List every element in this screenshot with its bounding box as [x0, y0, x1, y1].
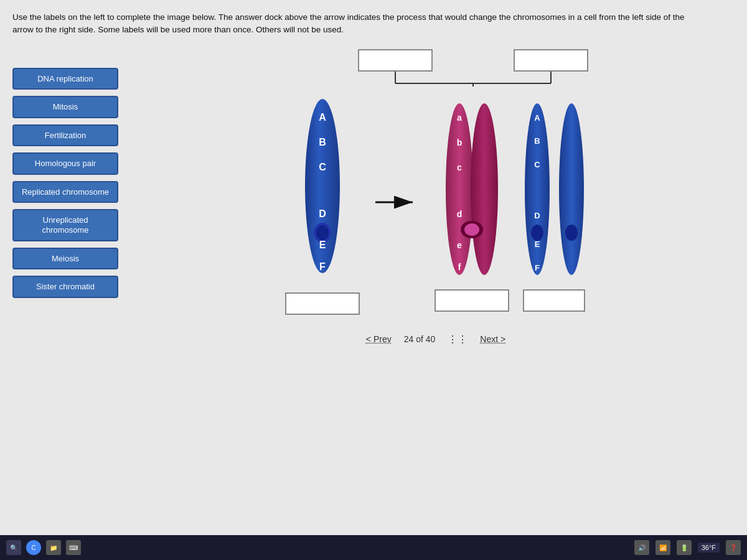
answer-box-bottom-left[interactable]	[285, 292, 360, 315]
label-mitosis[interactable]: Mitosis	[12, 96, 118, 118]
svg-point-33	[559, 103, 584, 275]
answer-box-top-left[interactable]	[358, 49, 433, 72]
center-chromosome-container: a b c d e f	[435, 93, 509, 312]
svg-point-34	[565, 225, 578, 241]
arrow-container	[372, 103, 422, 302]
page-info: 24 of 40	[404, 334, 436, 344]
svg-point-18	[464, 223, 479, 236]
taskbar-icon-question[interactable]: ❓	[726, 540, 741, 555]
label-sister-chromatid[interactable]: Sister chromatid	[12, 276, 118, 298]
right-chromosome-container: A B C D E F	[522, 93, 587, 312]
bottom-navigation: < Prev 24 of 40 ⋮⋮ Next >	[360, 327, 512, 352]
svg-text:A: A	[534, 113, 540, 123]
label-meiosis[interactable]: Meiosis	[12, 248, 118, 270]
svg-text:B: B	[319, 137, 326, 147]
label-fertilization[interactable]: Fertilization	[12, 124, 118, 147]
label-replicated-chromosome[interactable]: Replicated chromosome	[12, 181, 118, 203]
svg-point-6	[316, 225, 329, 240]
labels-panel: DNA replication Mitosis Fertilization Ho…	[12, 68, 118, 298]
process-arrow	[372, 190, 422, 215]
right-chromosome-2-svg	[556, 93, 587, 286]
temperature-display: 36°F	[698, 543, 720, 553]
svg-text:C: C	[534, 160, 540, 169]
taskbar-left: 🔍 C 📁 ⌨	[6, 540, 81, 555]
svg-text:F: F	[319, 261, 326, 272]
svg-text:F: F	[535, 263, 540, 273]
taskbar-icon-chrome[interactable]: C	[26, 540, 41, 555]
svg-text:a: a	[457, 113, 462, 123]
center-chromosome-svg: a b c d e f	[438, 93, 506, 286]
svg-text:e: e	[457, 240, 462, 250]
taskbar-icon-terminal[interactable]: ⌨	[66, 540, 81, 555]
taskbar-icon-search[interactable]: 🔍	[6, 540, 21, 555]
svg-text:A: A	[319, 112, 326, 123]
svg-text:E: E	[319, 240, 326, 250]
answer-box-top-right[interactable]	[514, 49, 588, 72]
prev-button[interactable]: < Prev	[366, 334, 392, 344]
taskbar-icon-wifi[interactable]: 📶	[655, 540, 670, 555]
svg-point-16	[471, 103, 498, 275]
svg-point-25	[525, 103, 550, 275]
label-homologous-pair[interactable]: Homologous pair	[12, 152, 118, 175]
answer-box-bottom-right[interactable]	[523, 289, 585, 312]
taskbar: 🔍 C 📁 ⌨ 🔊 📶 🔋 36°F ❓	[0, 535, 747, 560]
svg-text:E: E	[534, 240, 540, 249]
svg-text:D: D	[319, 208, 326, 219]
taskbar-icon-battery[interactable]: 🔋	[677, 540, 692, 555]
svg-point-26	[531, 225, 543, 241]
svg-text:c: c	[457, 162, 462, 172]
svg-text:D: D	[534, 211, 540, 220]
taskbar-icon-files[interactable]: 📁	[46, 540, 61, 555]
label-dna-replication[interactable]: DNA replication	[12, 68, 118, 90]
instructions-text: Use the labels on the left to complete t…	[12, 11, 697, 37]
next-button[interactable]: Next >	[480, 334, 505, 344]
left-chromosome-container: A B C D E F	[285, 90, 360, 315]
taskbar-right: 🔊 📶 🔋 36°F ❓	[634, 540, 741, 555]
svg-text:d: d	[456, 209, 462, 219]
right-chromosome-1-svg: A B C D E F	[522, 93, 553, 286]
taskbar-icon-sound[interactable]: 🔊	[634, 540, 649, 555]
diagram-area: A B C D E F	[137, 49, 735, 352]
svg-text:b: b	[456, 138, 462, 147]
svg-text:C: C	[319, 162, 326, 172]
chromosomes-row: A B C D E F	[285, 90, 587, 315]
grid-icon: ⋮⋮	[448, 334, 467, 345]
svg-text:f: f	[458, 262, 461, 272]
svg-text:B: B	[534, 136, 540, 146]
left-chromosome-svg: A B C D E F	[294, 90, 350, 289]
label-unreplicated-chromosome[interactable]: Unreplicated chromosome	[12, 209, 118, 241]
answer-box-bottom-center[interactable]	[435, 289, 509, 312]
